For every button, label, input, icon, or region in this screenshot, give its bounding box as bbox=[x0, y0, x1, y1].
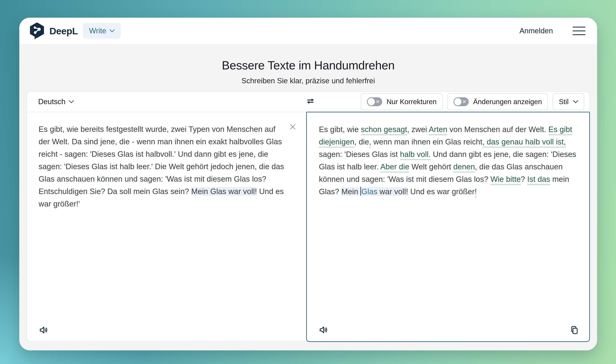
app-card: DeepL Write Anmelden Bessere Texte im Ha… bbox=[19, 18, 597, 350]
page-subtitle: Schreiben Sie klar, präzise und fehlerfr… bbox=[19, 77, 597, 85]
editor-container: Deutsch ✕ Nur Korrekturen ✕ bbox=[27, 91, 590, 341]
speaker-icon bbox=[318, 325, 329, 335]
hero: Bessere Texte im Handumdrehen Schreiben … bbox=[19, 44, 597, 85]
copy-icon bbox=[569, 325, 579, 335]
product-switcher-label: Write bbox=[89, 27, 106, 35]
toggle-changes-label: Änderungen anzeigen bbox=[473, 98, 542, 106]
language-selected-label: Deutsch bbox=[38, 98, 66, 106]
close-icon bbox=[288, 123, 297, 131]
listen-result-button[interactable] bbox=[317, 324, 330, 336]
product-switcher-write[interactable]: Write bbox=[83, 23, 121, 39]
editor-panels: Es gibt, wie bereits festgestellt wurde,… bbox=[27, 112, 589, 341]
menu-icon[interactable] bbox=[571, 26, 587, 36]
toggle-switch-off-icon[interactable]: ✕ bbox=[367, 97, 382, 106]
header: DeepL Write Anmelden bbox=[19, 18, 597, 44]
toggle-corrections-label: Nur Korrekturen bbox=[386, 98, 437, 106]
language-selector[interactable]: Deutsch bbox=[38, 98, 74, 106]
signin-button[interactable]: Anmelden bbox=[519, 27, 553, 35]
chevron-down-icon bbox=[573, 100, 578, 103]
result-panel-footer bbox=[317, 324, 330, 336]
brand-name: DeepL bbox=[49, 26, 78, 37]
result-panel-footer-right bbox=[568, 324, 580, 336]
swap-texts-button[interactable] bbox=[306, 97, 315, 106]
toggle-show-changes[interactable]: ✕ Änderungen anzeigen bbox=[447, 93, 548, 110]
chevron-down-icon bbox=[69, 100, 74, 103]
style-label: Stil bbox=[559, 98, 569, 106]
swap-arrows-icon bbox=[306, 97, 315, 106]
brand[interactable]: DeepL bbox=[28, 22, 78, 40]
result-text-panel[interactable]: Es gibt, wie schon gesagt, zwei Arten vo… bbox=[306, 112, 590, 342]
editor-toolbar: Deutsch ✕ Nur Korrekturen ✕ bbox=[27, 92, 589, 112]
toggle-corrections-only[interactable]: ✕ Nur Korrekturen bbox=[361, 93, 443, 110]
clear-text-button[interactable] bbox=[288, 123, 297, 131]
source-textarea[interactable]: Es gibt, wie bereits festgestellt wurde,… bbox=[27, 112, 306, 210]
style-selector[interactable]: Stil bbox=[553, 93, 584, 110]
toggle-switch-off-icon[interactable]: ✕ bbox=[453, 97, 469, 106]
listen-source-button[interactable] bbox=[37, 324, 50, 336]
speaker-icon bbox=[39, 325, 49, 335]
toolbar-right: ✕ Nur Korrekturen ✕ Änderungen anzeigen … bbox=[361, 93, 584, 110]
result-textarea[interactable]: Es gibt, wie schon gesagt, zwei Arten vo… bbox=[307, 112, 589, 198]
chevron-down-icon bbox=[110, 29, 115, 33]
source-text-panel[interactable]: Es gibt, wie bereits festgestellt wurde,… bbox=[27, 112, 306, 341]
copy-result-button[interactable] bbox=[568, 324, 580, 336]
source-panel-footer bbox=[37, 324, 50, 336]
page-title: Bessere Texte im Handumdrehen bbox=[19, 59, 597, 72]
deepl-logo-icon bbox=[28, 22, 46, 40]
header-right: Anmelden bbox=[519, 26, 587, 36]
